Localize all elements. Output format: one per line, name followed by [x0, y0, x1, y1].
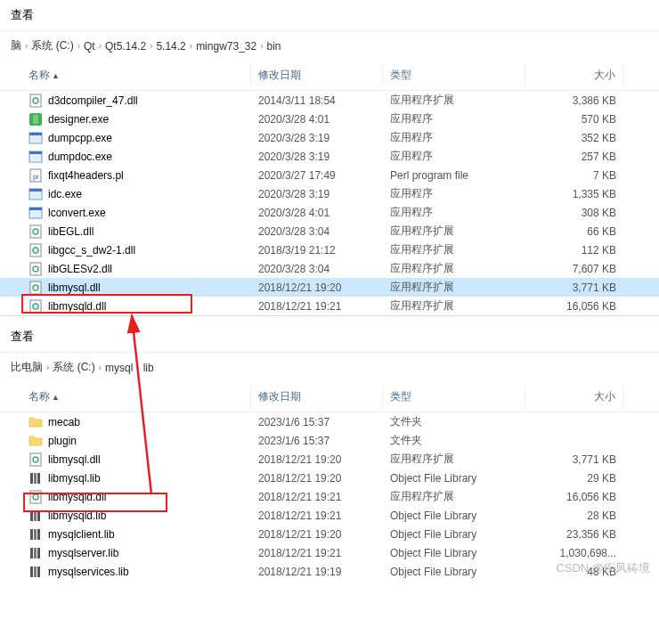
file-size: 29 KB: [525, 472, 623, 485]
file-size: 112 KB: [525, 244, 623, 257]
chevron-right-icon: ›: [25, 41, 28, 51]
file-date: 2023/1/6 15:37: [251, 435, 383, 447]
file-row[interactable]: libEGL.dll2020/3/28 3:04应用程序扩展66 KB: [0, 222, 659, 240]
lib-icon: [28, 565, 43, 579]
file-name: lconvert.exe: [48, 207, 106, 219]
file-row[interactable]: libGLESv2.dll2020/3/28 3:04应用程序扩展7,607 K…: [0, 259, 659, 278]
file-type: 应用程序扩展: [383, 489, 525, 504]
file-size: 3,771 KB: [525, 281, 623, 294]
file-name: libmysql.lib: [48, 472, 101, 485]
chevron-right-icon: ›: [136, 363, 139, 372]
file-row[interactable]: mecab2023/1/6 15:37文件夹: [0, 412, 659, 431]
file-type: 应用程序扩展: [383, 452, 525, 467]
chevron-right-icon: ›: [150, 41, 152, 51]
file-name: idc.exe: [48, 188, 82, 200]
file-row[interactable]: dumpdoc.exe2020/3/28 3:19应用程序257 KB: [0, 147, 659, 166]
file-size: 1,030,698...: [525, 547, 623, 559]
file-type: 应用程序扩展: [383, 280, 525, 295]
file-row[interactable]: mysqlclient.lib2018/12/21 19:20Object Fi…: [0, 525, 659, 543]
file-list: d3dcompiler_47.dll2014/3/11 18:54应用程序扩展3…: [0, 91, 659, 315]
crumb[interactable]: mysql: [105, 362, 133, 374]
file-type: 应用程序: [383, 186, 525, 201]
file-row[interactable]: mysqlserver.lib2018/12/21 19:21Object Fi…: [0, 543, 659, 562]
file-size: 1,335 KB: [525, 188, 623, 200]
file-name: plugin: [48, 435, 77, 447]
col-header-size[interactable]: 大小: [525, 386, 623, 408]
explorer-window-1: 查看 脑› 系统 (C:)› Qt› Qt5.14.2› 5.14.2› min…: [0, 0, 659, 316]
file-size: 16,056 KB: [525, 491, 623, 503]
file-row[interactable]: plfixqt4headers.pl2020/3/27 17:49Perl pr…: [0, 166, 659, 184]
crumb[interactable]: Qt: [84, 40, 95, 53]
file-type: Object File Library: [383, 566, 525, 578]
svg-rect-41: [37, 567, 40, 577]
file-row[interactable]: libgcc_s_dw2-1.dll2018/3/19 21:12应用程序扩展1…: [0, 240, 659, 259]
svg-rect-36: [30, 548, 33, 558]
crumb[interactable]: bin: [267, 40, 281, 53]
file-type: 应用程序: [383, 130, 525, 145]
col-header-date[interactable]: 修改日期: [251, 386, 383, 408]
col-header-date[interactable]: 修改日期: [251, 64, 383, 86]
dll-icon: [28, 281, 43, 295]
svg-rect-33: [30, 529, 33, 540]
crumb[interactable]: 比电脑: [11, 360, 43, 375]
crumb[interactable]: mingw73_32: [196, 40, 256, 53]
col-header-name[interactable]: 名称▲: [21, 64, 251, 86]
col-header-type[interactable]: 类型: [383, 386, 525, 408]
file-type: Perl program file: [383, 169, 525, 182]
file-row[interactable]: plugin2023/1/6 15:37文件夹: [0, 431, 659, 450]
file-name: libgcc_s_dw2-1.dll: [48, 244, 135, 257]
file-type: 应用程序扩展: [383, 242, 525, 257]
file-row[interactable]: libmysql.dll2018/12/21 19:20应用程序扩展3,771 …: [0, 450, 659, 469]
file-name: libmysql.dll: [48, 281, 101, 294]
file-date: 2018/12/21 19:19: [251, 566, 383, 578]
dll-icon: [28, 243, 43, 257]
lib-icon: [28, 546, 43, 560]
file-size: 16,056 KB: [525, 300, 623, 313]
file-type: 应用程序扩展: [383, 93, 525, 108]
file-name: libGLESv2.dll: [48, 263, 112, 275]
file-row[interactable]: d3dcompiler_47.dll2014/3/11 18:54应用程序扩展3…: [0, 91, 659, 110]
file-date: 2018/12/21 19:20: [251, 528, 383, 541]
col-header-type[interactable]: 类型: [383, 64, 525, 86]
file-row[interactable]: lconvert.exe2020/3/28 4:01应用程序308 KB: [0, 203, 659, 222]
svg-rect-13: [30, 225, 41, 238]
file-row[interactable]: designer.exe2020/3/28 4:01应用程序570 KB: [0, 110, 659, 128]
breadcrumb[interactable]: 比电脑› 系统 (C:)› mysql› lib: [0, 352, 659, 382]
file-size: 3,386 KB: [525, 94, 623, 107]
exe-icon: [28, 131, 43, 145]
crumb[interactable]: lib: [143, 362, 154, 374]
file-date: 2014/3/11 18:54: [251, 94, 383, 107]
svg-rect-26: [34, 473, 37, 484]
menubar: 查看: [0, 322, 659, 352]
column-headers: 名称▲ 修改日期 类型 大小: [0, 61, 659, 91]
dll-icon: [28, 262, 43, 276]
breadcrumb[interactable]: 脑› 系统 (C:)› Qt› Qt5.14.2› 5.14.2› mingw7…: [0, 30, 659, 61]
crumb[interactable]: Qt5.14.2: [105, 40, 146, 53]
svg-rect-38: [37, 548, 40, 558]
file-row[interactable]: idc.exe2020/3/28 3:19应用程序1,335 KB: [0, 184, 659, 203]
file-size: 3,771 KB: [525, 453, 623, 466]
lib-icon: [28, 471, 43, 485]
explorer-window-2: 查看 比电脑› 系统 (C:)› mysql› lib 名称▲ 修改日期 类型 …: [0, 322, 659, 581]
file-type: Object File Library: [383, 528, 525, 541]
file-type: Object File Library: [383, 472, 525, 485]
menu-view[interactable]: 查看: [11, 330, 34, 343]
highlight-box-1: [21, 294, 192, 314]
file-name: mysqlservices.lib: [48, 566, 129, 578]
file-size: 257 KB: [525, 151, 623, 163]
file-row[interactable]: libmysql.lib2018/12/21 19:20Object File …: [0, 469, 659, 487]
crumb[interactable]: 5.14.2: [156, 40, 185, 53]
file-size: 308 KB: [525, 207, 623, 219]
file-name: dumpdoc.exe: [48, 151, 112, 163]
file-row[interactable]: dumpcpp.exe2020/3/28 3:19应用程序352 KB: [0, 128, 659, 147]
col-header-name[interactable]: 名称▲: [21, 386, 251, 408]
file-date: 2018/12/21 19:20: [251, 281, 383, 294]
col-header-size[interactable]: 大小: [525, 64, 623, 86]
file-type: 文件夹: [383, 433, 525, 448]
crumb[interactable]: 系统 (C:): [31, 38, 73, 53]
crumb[interactable]: 脑: [11, 38, 21, 53]
crumb[interactable]: 系统 (C:): [53, 360, 94, 375]
file-name: d3dcompiler_47.dll: [48, 94, 138, 107]
menu-view[interactable]: 查看: [11, 8, 34, 21]
chevron-right-icon: ›: [46, 363, 49, 372]
